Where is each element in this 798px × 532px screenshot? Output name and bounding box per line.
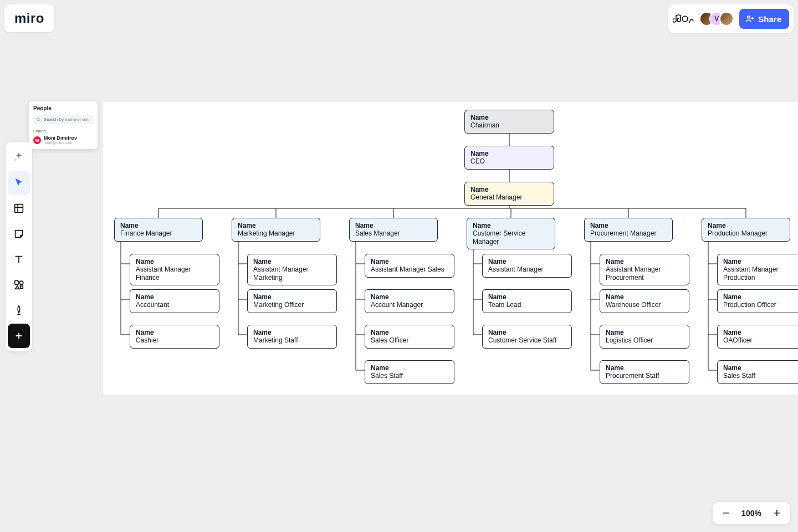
org-node[interactable]: NameGeneral Manager	[464, 182, 554, 206]
org-node[interactable]: NameCashier	[130, 325, 219, 349]
org-node-name: Name	[136, 293, 213, 301]
tool-sticky[interactable]	[8, 222, 30, 246]
org-node-role: Sales Manager	[355, 229, 432, 237]
org-chart-canvas[interactable]: NameChairmanNameCEONameGeneral ManagerNa…	[103, 102, 798, 395]
org-node-name: Name	[371, 293, 448, 301]
org-node[interactable]: NameSales Staff	[365, 360, 454, 384]
org-node[interactable]: NameProduction Officer	[717, 289, 798, 313]
tool-select[interactable]	[8, 171, 30, 195]
org-node[interactable]: NameSales Officer	[365, 325, 454, 349]
avatar-stack[interactable]: V	[699, 12, 734, 26]
org-node-role: Assistant Manager Procurement	[606, 265, 683, 282]
org-node-role: Sales Officer	[371, 336, 448, 344]
org-node[interactable]: NameMarketing Staff	[247, 325, 337, 349]
people-person[interactable]: M Moni Dimitrov moni@miro.com	[33, 136, 93, 145]
org-node-role: CEO	[470, 157, 548, 165]
person-avatar: M	[33, 136, 41, 144]
org-node-role: Customer Service Staff	[488, 336, 566, 344]
org-node-role: OAOfficer	[723, 336, 798, 344]
org-node[interactable]: NameAssistant Manager Production	[717, 254, 798, 285]
org-node[interactable]: NameAccountant	[130, 289, 219, 313]
ai-sparkle-icon	[13, 151, 25, 163]
org-node[interactable]: NameAssistant Manager Sales	[365, 254, 454, 278]
org-node-role: Assistant Manager Marketing	[253, 265, 331, 282]
org-node-role: Assistant Manager	[488, 265, 566, 273]
org-node-name: Name	[590, 222, 667, 229]
org-node-role: Team Lead	[488, 301, 566, 309]
org-node[interactable]: NameAssistant Manager Procurement	[600, 254, 689, 285]
header-mini-icons[interactable]	[673, 13, 694, 25]
org-node[interactable]: NameChairman	[464, 110, 554, 134]
cursor-icon	[13, 177, 25, 189]
org-node-name: Name	[238, 222, 314, 229]
org-node-name: Name	[371, 258, 448, 265]
org-node[interactable]: NameMarketing Manager	[232, 218, 320, 242]
org-node-role: Assistant Manager Production	[723, 265, 798, 282]
shapes-icon	[13, 279, 25, 291]
zoom-out-button[interactable]: −	[718, 505, 734, 521]
org-node-name: Name	[606, 329, 683, 336]
org-node[interactable]: NameProcurement Staff	[600, 360, 689, 384]
people-search-input[interactable]	[43, 116, 90, 122]
svg-point-2	[37, 118, 39, 121]
org-node-name: Name	[253, 293, 331, 301]
tool-shapes[interactable]	[8, 273, 30, 297]
org-node-role: Procurement Staff	[606, 372, 683, 380]
org-node-name: Name	[120, 222, 197, 229]
tool-frame[interactable]	[8, 196, 30, 221]
avatar[interactable]	[719, 12, 734, 26]
svg-point-1	[748, 16, 750, 19]
org-node-name: Name	[708, 222, 784, 229]
people-panel: People Online M Moni Dimitrov moni@miro.…	[29, 101, 98, 149]
org-node-name: Name	[371, 364, 448, 372]
org-node-name: Name	[136, 329, 213, 336]
org-node[interactable]: NameTeam Lead	[482, 289, 572, 313]
org-node[interactable]: NameSales Staff	[717, 360, 798, 384]
svg-rect-4	[15, 281, 18, 284]
zoom-in-button[interactable]: +	[769, 505, 785, 521]
org-node[interactable]: NameLogistics Officer	[600, 325, 689, 349]
org-node[interactable]: NameCustomer Service Manager	[467, 218, 555, 249]
share-button[interactable]: Share	[739, 9, 789, 29]
org-node[interactable]: NameFinance Manager	[114, 218, 203, 242]
zoom-percent: 100%	[740, 509, 763, 518]
org-node-name: Name	[136, 258, 213, 265]
org-node-name: Name	[473, 222, 549, 229]
sticky-note-icon	[13, 228, 25, 240]
board-frame[interactable]: NameChairmanNameCEONameGeneral ManagerNa…	[103, 102, 798, 395]
tool-pen[interactable]	[8, 298, 30, 323]
org-node-role: Production Officer	[723, 301, 798, 309]
org-node-role: Marketing Manager	[238, 229, 314, 237]
svg-point-5	[19, 281, 23, 284]
logo-card[interactable]: miro	[4, 4, 54, 32]
org-node[interactable]: NameAccount Manager	[365, 289, 454, 313]
org-node-role: Assistant Manager Finance	[136, 265, 213, 282]
people-search[interactable]	[33, 115, 93, 124]
left-toolbar	[6, 142, 32, 351]
org-node[interactable]: NameAssistant Manager Marketing	[247, 254, 337, 285]
org-node[interactable]: NameAssistant Manager	[482, 254, 572, 278]
person-name: Moni Dimitrov	[44, 136, 77, 141]
org-node[interactable]: NameAssistant Manager Finance	[130, 254, 219, 285]
text-icon	[13, 253, 25, 265]
org-node-role: Marketing Staff	[253, 336, 331, 344]
org-node-role: Finance Manager	[120, 229, 197, 237]
org-node-name: Name	[253, 329, 331, 336]
search-icon	[36, 117, 40, 122]
org-node[interactable]: NameProcurement Manager	[584, 218, 673, 242]
share-label: Share	[758, 14, 781, 24]
org-node[interactable]: NameCustomer Service Staff	[482, 325, 572, 349]
org-node-name: Name	[606, 364, 683, 372]
org-node-role: Cashier	[136, 336, 213, 344]
tool-add[interactable]	[8, 324, 30, 348]
tool-text[interactable]	[8, 247, 30, 272]
org-node[interactable]: NameCEO	[464, 146, 554, 170]
org-node-role: Production Manager	[708, 229, 784, 237]
org-node[interactable]: NameProduction Manager	[702, 218, 790, 242]
org-node[interactable]: NameSales Manager	[349, 218, 438, 242]
org-node-role: Warehouse Officer	[606, 301, 683, 309]
org-node[interactable]: NameWarehouse Officer	[600, 289, 689, 313]
org-node[interactable]: NameOAOfficer	[717, 325, 798, 349]
tool-ai[interactable]	[8, 145, 30, 170]
org-node[interactable]: NameMarketing Officer	[247, 289, 337, 313]
